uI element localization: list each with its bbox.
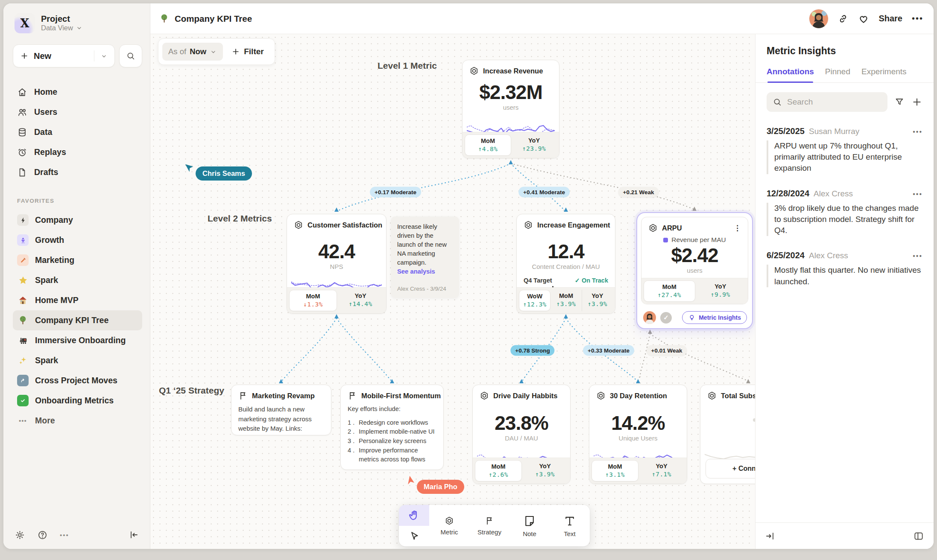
tool-text[interactable]: Text [550,505,590,546]
kebab-menu-icon[interactable]: ⋮ [734,224,741,233]
sidebar-item-replays[interactable]: Replays [13,142,142,162]
metric-icon [524,220,533,230]
sidebar-item-cross-project-moves[interactable]: Cross Project Moves [13,370,142,391]
select-tool-button[interactable] [399,526,429,547]
stat-mom[interactable]: MoM ↑3.9% [550,290,581,311]
search-input[interactable] [786,97,881,107]
toolbar-tools: Metric Strategy Note Text [429,505,590,546]
app-window: X Project Data View New Home [3,3,934,549]
see-analysis-link[interactable]: See analysis [397,267,453,276]
as-of-selector[interactable]: As of Now [162,43,223,61]
stat-mom[interactable]: MoM ↑2.6% [475,460,522,481]
hand-tool-button[interactable] [399,505,429,526]
sidebar-item-marketing[interactable]: Marketing [13,250,142,270]
stat-yoy[interactable]: YoY ↑3.9% [522,460,568,481]
annotation-item[interactable]: 12/28/2024 Alex Cress ••• 3% drop likely… [755,189,934,236]
metric-card-customer-satisfaction[interactable]: Customer Satisfaction 42.4 NPS MoM ↓1.3%… [287,214,387,314]
more-options-icon[interactable]: ••• [912,14,923,23]
annotation-search[interactable] [767,92,887,112]
sidebar: X Project Data View New Home [3,3,150,549]
metric-card-30-day-retention[interactable]: 30 Day Retention 14.2% Unique Users MoM … [589,385,687,484]
stat-yoy[interactable]: YoY ↑14.4% [337,290,384,311]
metric-icon [596,391,606,400]
stat-yoy[interactable]: YoY ↑7.1% [638,460,685,481]
annotation-menu-icon[interactable]: ••• [913,128,922,136]
stat-yoy[interactable]: YoY ↑23.9% [511,134,557,156]
sidebar-item-data[interactable]: Data [13,122,142,142]
text-icon [563,514,576,527]
copy-link-icon[interactable] [837,13,849,24]
kpi-canvas[interactable]: As of Now Filter Level 1 Metric Level 2 … [150,34,756,549]
stat-wow[interactable]: WoW ↑12.3% [519,290,550,311]
metric-card-total-subscriptions[interactable]: Total Subscriptions + Connect [700,385,756,484]
strategy-card-marketing-revamp[interactable]: Marketing Revamp Build and launch a new … [231,385,331,435]
sidebar-item-onboarding-metrics[interactable]: Onboarding Metrics [13,391,142,411]
tab-experiments[interactable]: Experiments [861,67,907,82]
sidebar-item-users[interactable]: Users [13,102,142,122]
metric-insights-button[interactable]: Metric Insights [682,311,747,324]
stat-yoy[interactable]: YoY ↑9.9% [695,280,746,302]
tool-note[interactable]: Note [509,505,550,546]
sidebar-item-company-kpi-tree[interactable]: Company KPI Tree [13,310,142,330]
annotation-item[interactable]: 3/25/2025 Susan Murray ••• ARPU went up … [755,126,934,174]
metric-card-increase-revenue[interactable]: Increase Revenue $2.32M users MoM ↑4.8%Y… [462,60,559,158]
metric-icon [480,391,489,400]
share-button[interactable]: Share [878,14,902,23]
metric-icon [707,391,717,400]
metric-value: 12.4 [517,242,615,261]
replays-icon [17,147,27,158]
data-view-selector[interactable]: Data View [41,24,83,32]
tab-pinned[interactable]: Pinned [825,67,850,82]
stat-mom[interactable]: MoM ↑27.4% [644,280,695,302]
sidebar-item-drafts[interactable]: Drafts [13,162,142,182]
sidebar-item-spark[interactable]: Spark [13,270,142,290]
strategy-card-mobile-first[interactable]: Mobile-First Momentum Key efforts includ… [340,385,444,470]
user-avatar[interactable] [809,9,828,28]
filter-button[interactable]: Filter [225,47,270,56]
tool-metric[interactable]: Metric [429,505,469,546]
project-switcher[interactable]: X Project Data View [13,13,142,33]
edge-label: +0.17 Moderate [370,187,421,198]
favorite-heart-icon[interactable] [858,13,869,24]
collapse-panel-icon[interactable] [765,531,775,541]
sidebar-item-home[interactable]: Home [13,82,142,102]
filter-funnel-icon[interactable] [894,97,905,107]
panel-tabs: Annotations Pinned Experiments [755,57,934,83]
tab-annotations[interactable]: Annotations [767,67,814,82]
stat-mom[interactable]: MoM ↓1.3% [289,290,337,311]
strategy-links[interactable]: Roadmap|Forecast [341,464,443,470]
canvas-annotation-note[interactable]: Increase likely driven by the launch of … [391,216,459,298]
strategy-links[interactable]: PRD|Forecast [231,434,331,436]
metric-value: 14.2% [589,413,687,433]
stat-mom[interactable]: MoM ↑4.8% [465,134,511,156]
sidebar-item-more[interactable]: ••• More [13,411,142,431]
favorites-label: FAVORITES [17,198,142,204]
stat-mom[interactable]: MoM ↑3.1% [591,460,638,481]
add-annotation-icon[interactable] [911,96,922,108]
annotation-menu-icon[interactable]: ••• [913,190,922,198]
chevron-down-icon[interactable] [100,52,108,60]
plus-icon [20,52,29,60]
sidebar-item-spark[interactable]: Spark [13,350,142,370]
overflow-menu-icon[interactable]: ••• [60,531,69,539]
annotation-item[interactable]: 6/25/2024 Alex Cress ••• Mostly flat thi… [755,251,934,287]
sidebar-item-immersive-onboarding[interactable]: Immersive Onboarding [13,330,142,350]
collapse-sidebar-icon[interactable] [129,530,139,540]
stat-yoy[interactable]: YoY ↑3.9% [582,290,613,311]
gear-icon[interactable] [15,530,25,540]
annotation-author: Alex Cress [814,189,853,198]
connect-button[interactable]: + Connect [706,459,756,478]
annotation-menu-icon[interactable]: ••• [913,252,922,260]
sidebar-item-company[interactable]: Company [13,210,142,230]
tool-strategy[interactable]: Strategy [469,505,509,546]
metric-card-increase-engagement[interactable]: Increase Engagement 12.4 Content Creatio… [516,214,615,314]
cursor-icon [408,530,420,542]
new-button[interactable]: New [13,44,115,67]
help-icon[interactable] [37,530,48,540]
split-panel-icon[interactable] [913,531,924,542]
sidebar-item-growth[interactable]: Growth [13,230,142,250]
sidebar-item-home-mvp[interactable]: Home MVP [13,290,142,310]
search-button[interactable] [119,44,142,67]
metric-card-drive-daily-habbits[interactable]: Drive Daily Habbits 23.8% DAU / MAU MoM … [472,385,571,484]
metric-card-arpu-selected[interactable]: ARPU ⋮ Revenue per MAU $2.42 users MoM ↑… [636,212,753,329]
